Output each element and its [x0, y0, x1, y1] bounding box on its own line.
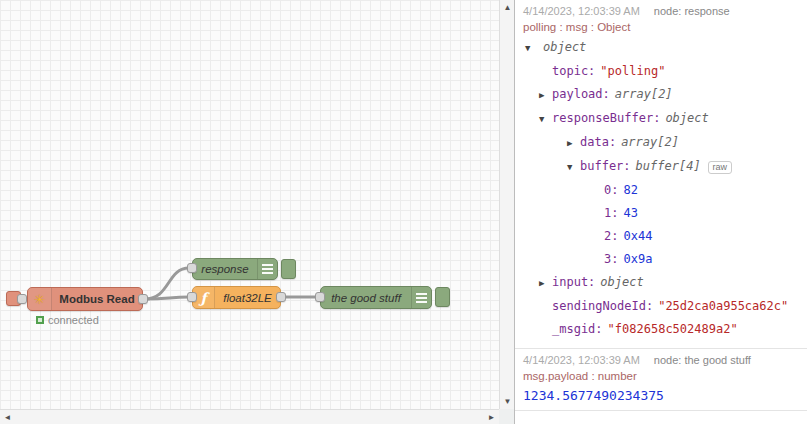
message-topic: polling : msg : Object: [523, 21, 799, 33]
good-stuff-debug-node[interactable]: the good stuff: [320, 286, 432, 309]
tree-row: topic:"polling": [523, 60, 799, 83]
tree-row: 1:43: [523, 202, 799, 225]
expand-icon[interactable]: ▶: [567, 136, 580, 151]
tree-row: 0:82: [523, 179, 799, 202]
tree-row: _msgid:"f082658c502489a2": [523, 318, 799, 341]
tree-value: object: [665, 111, 708, 125]
modbus-icon: ✳: [34, 293, 45, 306]
scroll-down-button[interactable]: ▼: [500, 394, 515, 409]
modbus-input-port[interactable]: [17, 294, 27, 304]
debug-node-icon-area: [257, 259, 277, 279]
tree-row: ▼responseBuffer:object: [523, 107, 799, 131]
response-input-port[interactable]: [187, 263, 197, 273]
scrollbar-corner: [499, 409, 514, 424]
scroll-left-button[interactable]: ◄: [0, 410, 15, 424]
tree-value: array[2]: [615, 87, 673, 101]
tree-value: buffer[4]: [636, 159, 701, 173]
tree-key: _msgid:: [552, 322, 603, 336]
tree-row: ▼object: [523, 36, 799, 60]
tree-value: "f082658c502489a2": [608, 322, 738, 336]
float32le-input-port[interactable]: [187, 292, 197, 302]
tree-key: buffer:: [580, 159, 631, 173]
debug-message-header: 4/14/2023, 12:03:39 AM node: the good st…: [523, 354, 799, 366]
response-debug-node[interactable]: response: [192, 258, 278, 280]
wire[interactable]: [145, 268, 189, 299]
modbus-output-port[interactable]: [138, 294, 148, 304]
wire-layer: [0, 0, 499, 409]
float32le-function-node[interactable]: ƒ float32LE: [192, 286, 281, 309]
tree-row: ▶input:object: [523, 271, 799, 295]
timestamp: 4/14/2023, 12:03:39 AM: [523, 5, 640, 17]
tree-row: ▼buffer:buffer[4]raw: [523, 155, 799, 179]
expand-icon[interactable]: ▶: [539, 88, 552, 103]
debug-sidebar: 4/14/2023, 12:03:39 AM node: response po…: [514, 0, 807, 424]
tree-value: 43: [623, 206, 637, 220]
modbus-node-label: Modbus Read: [52, 293, 142, 305]
timestamp: 4/14/2023, 12:03:39 AM: [523, 354, 640, 366]
node-red-window: ✳ Modbus Read connected response ƒ float…: [0, 0, 807, 424]
raw-toggle-button[interactable]: raw: [708, 161, 733, 174]
tree-value: object: [543, 40, 586, 54]
tree-key: 0:: [604, 183, 618, 197]
tree-value: 0x44: [623, 229, 652, 243]
expand-icon[interactable]: ▶: [539, 276, 552, 291]
debug-message: 4/14/2023, 12:03:39 AM node: response po…: [515, 0, 807, 349]
message-topic: msg.payload : number: [523, 370, 799, 382]
float32le-output-port[interactable]: [276, 292, 286, 302]
status-ring-icon: [36, 316, 44, 324]
tree-key: 1:: [604, 206, 618, 220]
tree-row: ▶data:array[2]: [523, 131, 799, 155]
tree-row: sendingNodeId:"25d2ca0a955ca62c": [523, 295, 799, 318]
tree-row: ▶payload:array[2]: [523, 83, 799, 107]
collapse-icon[interactable]: ▼: [567, 160, 580, 175]
object-tree: ▼object topic:"polling" ▶payload:array[2…: [523, 36, 799, 341]
good-stuff-input-port[interactable]: [315, 292, 325, 302]
response-node-label: response: [193, 263, 257, 275]
modbus-node-icon-area: ✳: [28, 288, 52, 310]
tree-value: 0x9a: [623, 252, 652, 266]
status-text: connected: [48, 314, 99, 326]
tree-value: "polling": [600, 64, 665, 78]
payload-value: 1234.5677490234375: [523, 388, 799, 403]
good-stuff-node-label: the good stuff: [321, 292, 411, 304]
horizontal-scrollbar[interactable]: ◄ ►: [0, 409, 499, 424]
collapse-icon[interactable]: ▼: [525, 41, 538, 56]
scroll-right-button[interactable]: ►: [484, 410, 499, 424]
tree-value: array[2]: [621, 135, 679, 149]
tree-value: 82: [623, 183, 637, 197]
response-debug-toggle-button[interactable]: [281, 259, 296, 279]
tree-value: "25d2ca0a955ca62c": [658, 299, 788, 313]
good-stuff-debug-toggle-button[interactable]: [435, 287, 450, 307]
tree-key: responseBuffer:: [552, 111, 660, 125]
tree-row: 3:0x9a: [523, 248, 799, 271]
tree-key: data:: [580, 135, 616, 149]
scroll-up-button[interactable]: ▲: [500, 0, 515, 15]
modbus-status: connected: [36, 314, 99, 326]
debug-icon: [262, 264, 273, 274]
debug-icon: [416, 293, 427, 303]
tree-row: 2:0x44: [523, 225, 799, 248]
tree-key: 3:: [604, 252, 618, 266]
debug-message-header: 4/14/2023, 12:03:39 AM node: response: [523, 5, 799, 17]
debug-message: 4/14/2023, 12:03:39 AM node: the good st…: [515, 349, 807, 411]
float32le-node-label: float32LE: [215, 292, 280, 304]
tree-key: payload:: [552, 87, 610, 101]
vertical-scrollbar[interactable]: ▲ ▼: [499, 0, 514, 409]
source-node-label[interactable]: node: response: [654, 5, 730, 17]
debug-node-icon-area: [411, 287, 431, 308]
flow-canvas[interactable]: ✳ Modbus Read connected response ƒ float…: [0, 0, 499, 409]
tree-value: object: [600, 275, 643, 289]
function-icon: ƒ: [200, 291, 206, 305]
source-node-label[interactable]: node: the good stuff: [654, 354, 751, 366]
tree-key: topic:: [552, 64, 595, 78]
modbus-read-node[interactable]: ✳ Modbus Read: [27, 287, 143, 311]
tree-key: input:: [552, 275, 595, 289]
collapse-icon[interactable]: ▼: [539, 112, 552, 127]
tree-key: sendingNodeId:: [552, 299, 653, 313]
tree-key: 2:: [604, 229, 618, 243]
